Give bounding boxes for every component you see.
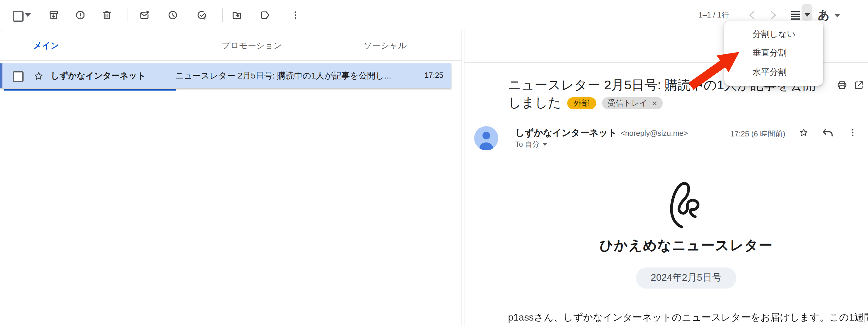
newer-chevron-icon[interactable] — [749, 11, 754, 19]
sender-avatar[interactable] — [474, 126, 498, 150]
promotions-tab-label: プロモーション — [222, 30, 282, 60]
message-timestamp: 17:25 (6 時間前) — [664, 129, 785, 139]
move-to-icon — [231, 10, 242, 21]
split-pane-caret-icon — [804, 13, 810, 17]
report-spam-icon — [75, 10, 86, 21]
inbox-label-text: 受信トレイ — [608, 97, 648, 109]
input-tools-caret-icon[interactable] — [834, 13, 840, 17]
delete-button[interactable] — [101, 10, 112, 21]
snooze-button[interactable] — [167, 10, 178, 21]
more-vert-icon — [290, 10, 301, 21]
selected-row-accent-bar — [0, 63, 2, 88]
menu-item-horizontal-split[interactable]: 水平分割 — [724, 63, 823, 82]
archive-button[interactable] — [48, 10, 59, 21]
more-button[interactable] — [290, 10, 301, 21]
recipient-details-caret-icon — [542, 143, 547, 146]
social-tab-label: ソーシャル — [364, 30, 407, 60]
mark-unread-button[interactable] — [139, 10, 150, 21]
tab-promotions[interactable]: プロモーション — [179, 30, 327, 60]
open-in-new-button[interactable] — [854, 80, 864, 91]
gmail-split-view: 1–1 / 1行 あ メイン プロモーション ソーシャル しずかなインターネット… — [0, 0, 868, 326]
tab-primary[interactable]: メイン — [0, 30, 179, 60]
newsletter-issue-badge: 2024年2月5日号 — [637, 267, 736, 289]
toolbar-separator — [127, 8, 127, 22]
primary-tab-label: メイン — [33, 30, 59, 60]
newsletter-issue-badge-wrap: 2024年2月5日号 — [508, 267, 864, 289]
move-to-button[interactable] — [231, 10, 242, 21]
recipient-text: To 自分 — [515, 139, 539, 150]
message-subject-line2-row: しました 外部 受信トレイ✕ — [508, 94, 663, 112]
row-time: 17:25 — [424, 63, 443, 88]
select-dropdown-icon[interactable] — [25, 13, 31, 17]
older-chevron-icon[interactable] — [771, 11, 776, 19]
message-subject-line2: しました — [508, 94, 561, 112]
remove-label-icon[interactable]: ✕ — [652, 97, 657, 109]
pane-divider[interactable] — [462, 30, 462, 326]
star-icon[interactable] — [33, 70, 44, 81]
print-button[interactable] — [837, 80, 847, 91]
delete-icon — [101, 10, 112, 21]
row-sender: しずかなインターネット — [51, 63, 146, 88]
newsletter-logo-doodle — [663, 180, 706, 231]
select-all-checkbox[interactable] — [13, 11, 24, 22]
report-spam-button[interactable] — [75, 10, 86, 21]
toolbar-separator — [222, 8, 223, 22]
newsletter-title: ひかえめなニュースレター — [508, 236, 864, 255]
menu-item-no-split[interactable]: 分割しない — [724, 25, 823, 44]
open-in-new-icon — [854, 80, 864, 91]
labels-icon — [260, 10, 271, 21]
add-to-tasks-icon — [196, 10, 207, 21]
pane-divider-highlight — [464, 30, 464, 326]
message-more-icon[interactable] — [847, 127, 858, 138]
active-tab-underline — [4, 89, 176, 91]
newsletter-body-text: p1assさん、しずかなインターネットのニュースレターをお届けします。この1週間… — [508, 312, 868, 324]
message-star-icon[interactable] — [798, 127, 808, 138]
row-checkbox[interactable] — [13, 71, 24, 82]
tab-social[interactable]: ソーシャル — [327, 30, 493, 60]
print-icon — [837, 80, 847, 91]
inbox-label-chip[interactable]: 受信トレイ✕ — [602, 97, 663, 109]
recipient-row[interactable]: To 自分 — [515, 139, 547, 150]
add-to-tasks-button[interactable] — [196, 10, 207, 21]
split-pane-menu-button[interactable] — [802, 4, 812, 21]
mark-unread-icon — [139, 10, 150, 21]
archive-icon — [48, 10, 59, 21]
menu-item-vertical-split[interactable]: 垂直分割 — [724, 44, 823, 63]
split-pane-icon[interactable] — [791, 10, 800, 20]
labels-button[interactable] — [260, 10, 271, 21]
pagination-count: 1–1 / 1行 — [652, 0, 729, 30]
email-list-row[interactable]: しずかなインターネット ニュースレター 2月5日号: 購読中の1人が記事を公開し… — [0, 63, 451, 88]
split-pane-menu: 分割しない 垂直分割 水平分割 — [724, 21, 823, 86]
sender-line: しずかなインターネット <noreply@sizu.me> — [515, 127, 688, 139]
sender-name: しずかなインターネット — [515, 127, 617, 139]
snooze-icon — [167, 10, 178, 21]
row-subject: ニュースレター 2月5日号: 購読中の1人が記事を公開し... — [175, 63, 391, 88]
reply-icon[interactable] — [822, 128, 833, 138]
external-badge: 外部 — [567, 97, 596, 109]
